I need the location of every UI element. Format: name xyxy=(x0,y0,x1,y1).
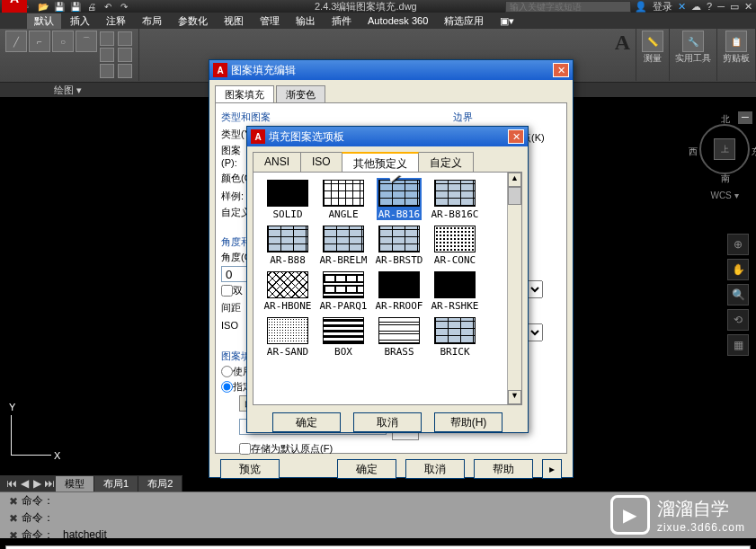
scroll-thumb[interactable] xyxy=(508,187,521,205)
pattern-brick[interactable]: BRICK xyxy=(428,317,482,358)
pattern-swatch[interactable] xyxy=(323,226,364,252)
pattern-ar-conc[interactable]: AR-CONC xyxy=(428,226,482,266)
zoom-extents-icon[interactable]: 🔍 xyxy=(727,284,749,305)
pattern-swatch[interactable] xyxy=(267,226,308,252)
ribbon-tab-manage[interactable]: 管理 xyxy=(253,13,287,29)
pattern-box[interactable]: BOX xyxy=(316,317,370,358)
pattern-swatch[interactable] xyxy=(434,317,476,344)
viewcube-close-icon[interactable]: ─ xyxy=(738,111,752,124)
tab-first-icon[interactable]: ⏮ xyxy=(5,477,18,490)
viewcube[interactable]: ─ 北 南 东 西 上 WCS ▾ xyxy=(697,111,752,201)
maximize-icon[interactable]: ▭ xyxy=(730,1,739,13)
hatch-tab-pattern[interactable]: 图案填充 xyxy=(215,85,274,102)
compass-east[interactable]: 东 xyxy=(752,146,756,158)
hatch-ok-button[interactable]: 确定 xyxy=(337,459,396,479)
scroll-down-icon[interactable]: ▼ xyxy=(508,390,521,404)
hatch-help-button[interactable]: 帮助 xyxy=(474,459,533,479)
ribbon-tab-insert[interactable]: 插入 xyxy=(63,13,97,29)
polyline-icon[interactable]: ⌐ xyxy=(29,31,50,52)
pattern-swatch[interactable] xyxy=(267,317,308,344)
wheel-icon[interactable]: ⊕ xyxy=(727,234,749,255)
pattern-swatch[interactable] xyxy=(434,180,476,207)
pattern-ar-b816[interactable]: AR-B816 xyxy=(372,180,426,220)
tab-prev-icon[interactable]: ◀ xyxy=(18,477,31,490)
pattern-ar-rshke[interactable]: AR-RSHKE xyxy=(428,271,482,312)
use-origin-radio[interactable] xyxy=(221,366,233,377)
compass-west[interactable]: 西 xyxy=(689,146,698,158)
spec-origin-radio[interactable] xyxy=(221,381,233,393)
palette-tab-ansi[interactable]: ANSI xyxy=(253,152,301,172)
ribbon-tab-layout[interactable]: 布局 xyxy=(135,13,169,29)
pattern-ar-rroof[interactable]: AR-RROOF xyxy=(372,271,426,312)
line-icon[interactable]: ╱ xyxy=(5,31,27,52)
undo-icon[interactable]: ↶ xyxy=(101,0,115,13)
double-checkbox[interactable] xyxy=(221,285,233,297)
compass-south[interactable]: 南 xyxy=(721,173,730,185)
layout2-tab[interactable]: 布局2 xyxy=(138,476,182,491)
help-search-input[interactable] xyxy=(505,1,631,13)
palette-tab-custom[interactable]: 自定义 xyxy=(418,152,474,172)
pattern-ar-brelm[interactable]: AR-BRELM xyxy=(316,226,370,266)
store-default-checkbox[interactable] xyxy=(239,443,251,455)
pattern-swatch[interactable] xyxy=(378,226,420,252)
preview-button[interactable]: 预览 xyxy=(220,459,280,479)
tab-next-icon[interactable]: ▶ xyxy=(31,477,43,490)
hatch-dialog-titlebar[interactable]: A 图案填充编辑 ✕ xyxy=(209,60,573,80)
point-icon[interactable] xyxy=(118,48,132,62)
ribbon-tab-annotate[interactable]: 注释 xyxy=(99,13,133,29)
spline-icon[interactable] xyxy=(100,48,114,62)
pattern-brass[interactable]: BRASS xyxy=(372,317,426,358)
layout1-tab[interactable]: 布局1 xyxy=(94,476,138,491)
pattern-solid[interactable]: SOLID xyxy=(261,180,315,220)
save-icon[interactable]: 💾 xyxy=(52,0,67,13)
open-icon[interactable]: 📂 xyxy=(36,0,50,13)
pattern-swatch[interactable] xyxy=(378,180,420,207)
scroll-up-icon[interactable]: ▲ xyxy=(508,173,521,187)
print-icon[interactable]: 🖨 xyxy=(84,0,99,13)
viewcube-top-face[interactable]: 上 xyxy=(714,138,735,160)
circle-icon[interactable]: ○ xyxy=(52,31,74,52)
ribbon-tab-featured[interactable]: 精选应用 xyxy=(437,13,491,29)
signin-label[interactable]: 登录 xyxy=(653,0,672,13)
pattern-ar-brstd[interactable]: AR-BRSTD xyxy=(372,226,426,266)
pattern-swatch[interactable] xyxy=(323,180,364,207)
pattern-swatch[interactable] xyxy=(434,271,476,298)
ribbon-tab-a360[interactable]: Autodesk 360 xyxy=(360,14,435,27)
pattern-swatch[interactable] xyxy=(378,317,420,344)
command-input[interactable]: ▶ HATCHEDIT 选择图案填充对象: xyxy=(5,545,751,549)
hatch-icon[interactable] xyxy=(118,31,132,46)
ribbon-tab-parametric[interactable]: 参数化 xyxy=(171,13,215,29)
cloud-icon[interactable]: ☁ xyxy=(691,1,701,13)
region-icon[interactable] xyxy=(118,64,132,78)
draw-panel-label[interactable]: 绘图 ▾ xyxy=(54,84,82,97)
palette-cancel-button[interactable]: 取消 xyxy=(353,412,422,432)
ribbon-tab-extra[interactable]: ▣▾ xyxy=(493,14,521,28)
palette-scrollbar[interactable]: ▲ ▼ xyxy=(507,173,521,404)
hatch-dialog-close-icon[interactable]: ✕ xyxy=(553,63,569,77)
pattern-ar-sand[interactable]: AR-SAND xyxy=(261,317,315,358)
palette-tab-iso[interactable]: ISO xyxy=(300,152,342,172)
tab-last-icon[interactable]: ⏭ xyxy=(43,477,56,490)
pattern-swatch[interactable] xyxy=(323,317,364,344)
wcs-dropdown[interactable]: WCS ▾ xyxy=(697,190,752,200)
ribbon-tab-output[interactable]: 输出 xyxy=(289,13,323,29)
hatch-cancel-button[interactable]: 取消 xyxy=(405,459,465,479)
pattern-ar-b816c[interactable]: AR-B816C xyxy=(428,180,482,220)
pattern-angle[interactable]: ANGLE xyxy=(316,180,370,220)
palette-dialog-titlebar[interactable]: A 填充图案选项板 ✕ xyxy=(247,127,528,146)
minimize-icon[interactable]: ─ xyxy=(717,1,725,12)
close-window-icon[interactable]: ✕ xyxy=(744,1,752,13)
palette-ok-button[interactable]: 确定 xyxy=(272,412,341,432)
help-icon[interactable]: ? xyxy=(707,1,712,12)
pattern-ar-b88[interactable]: AR-B88 xyxy=(261,226,315,266)
pattern-swatch[interactable] xyxy=(378,271,420,298)
ribbon-tab-view[interactable]: 视图 xyxy=(217,13,251,29)
utilities-icon[interactable]: 🔧 xyxy=(682,31,704,52)
arc-icon[interactable]: ⌒ xyxy=(76,31,97,52)
palette-tab-other[interactable]: 其他预定义 xyxy=(342,152,419,172)
palette-help-button[interactable]: 帮助(H) xyxy=(434,412,503,432)
pattern-swatch[interactable] xyxy=(267,271,308,298)
palette-dialog-close-icon[interactable]: ✕ xyxy=(508,129,524,144)
text-a-icon[interactable]: A xyxy=(615,31,630,55)
pattern-swatch[interactable] xyxy=(434,226,476,252)
